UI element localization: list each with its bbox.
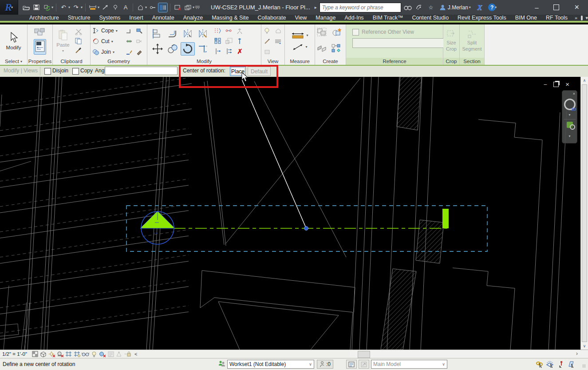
temporary-view-properties-icon[interactable] (107, 350, 115, 358)
design-option-dropdown[interactable]: Main Model ∨ (371, 360, 447, 369)
linework-icon[interactable] (262, 37, 272, 46)
temporary-hide-isolate-icon[interactable] (81, 350, 90, 358)
paste-button[interactable]: Paste ▾ (53, 24, 73, 58)
design-options-button[interactable] (346, 360, 357, 369)
close-hidden-windows-icon[interactable] (173, 3, 182, 12)
chevron-down-icon[interactable]: ▾ (81, 5, 83, 9)
search-box[interactable] (320, 3, 401, 12)
measure-along-element-button[interactable]: ▾ (292, 43, 307, 51)
tab-content-studio[interactable]: Content Studio (407, 15, 453, 21)
search-input[interactable] (320, 4, 401, 11)
crop-view-icon[interactable] (64, 350, 73, 358)
crop-region-visible-icon[interactable] (73, 350, 81, 358)
editable-only-toggle[interactable]: :0 (317, 360, 333, 369)
autodesk-exchange-icon[interactable]: X (477, 3, 482, 12)
paint-icon[interactable] (134, 48, 144, 57)
thin-lines-icon[interactable] (158, 3, 167, 12)
tab-collaborate[interactable]: Collaborate (253, 15, 291, 21)
section-icon[interactable] (148, 3, 157, 12)
wall-joins-icon[interactable] (124, 26, 134, 36)
mirror-pick-axis-icon[interactable] (181, 27, 195, 40)
measure-icon[interactable] (101, 3, 110, 12)
search-binoculars-icon[interactable] (403, 3, 413, 12)
select-by-face-toggle[interactable] (566, 359, 576, 369)
cope-button[interactable]: Cope▾ (92, 25, 124, 36)
linework-edit-icon[interactable] (124, 48, 134, 57)
trim-extend-single-icon[interactable] (213, 47, 223, 56)
horizontal-scrollbar[interactable]: › (350, 350, 580, 358)
chevron-down-icon[interactable]: ▾ (585, 15, 588, 21)
redo-icon[interactable]: ↷ (71, 3, 80, 12)
create-assembly-icon[interactable] (315, 42, 329, 55)
close-button[interactable]: × (574, 3, 579, 12)
tab-massing-site[interactable]: Massing & Site (207, 15, 253, 21)
chevron-down-icon[interactable]: ▾ (145, 5, 147, 9)
chevron-down-icon[interactable]: ▾ (98, 5, 99, 9)
chevron-down-icon[interactable]: ▾ (568, 134, 570, 138)
cut-to-clipboard-icon[interactable] (73, 27, 83, 36)
lightbulb-icon[interactable] (262, 26, 272, 36)
collapse-view-bar-icon[interactable]: < (134, 351, 137, 357)
scroll-right-icon[interactable]: › (576, 350, 578, 357)
create-parts-icon[interactable] (329, 42, 343, 55)
unjoin-icon[interactable] (134, 37, 144, 46)
chevron-down-icon[interactable]: ▾ (68, 5, 70, 9)
offset-icon[interactable] (166, 27, 180, 40)
user-account-menu[interactable]: J.Merlan ▾ (439, 4, 471, 11)
trim-extend-corner-icon[interactable] (196, 42, 210, 56)
text-icon[interactable]: A (121, 3, 130, 12)
select-underlay-toggle[interactable] (545, 359, 555, 369)
create-group-icon[interactable] (315, 26, 329, 39)
tab-view[interactable]: View (290, 15, 311, 21)
split-segment-button[interactable]: Split Segment (460, 24, 484, 58)
chevron-down-icon[interactable]: ▾ (495, 5, 497, 9)
application-menu-button[interactable]: R ▾ (0, 0, 18, 15)
drawing-canvas[interactable]: – × × 2D ▾ ▾ ∧ ∨ 1/2" = 1'-0" (0, 77, 588, 358)
sun-path-icon[interactable] (47, 350, 56, 358)
tab-annotate[interactable]: Annotate (148, 15, 179, 21)
unpin-icon[interactable] (235, 26, 245, 36)
align-icon[interactable] (150, 27, 165, 40)
visual-style-icon[interactable] (39, 350, 47, 358)
trim-extend-multiple-icon[interactable] (224, 47, 234, 56)
move-icon[interactable] (150, 42, 165, 56)
render-icon[interactable] (273, 26, 283, 36)
join-button[interactable]: Join▾ (92, 47, 124, 57)
scale-icon[interactable] (224, 36, 234, 46)
title-expand-icon[interactable]: ▸ (315, 5, 317, 10)
customize-qat-icon[interactable] (195, 5, 200, 10)
reveal-hidden-elements-icon[interactable] (90, 350, 98, 358)
disjoin-checkbox[interactable] (44, 68, 51, 75)
pin-icon[interactable] (235, 36, 245, 46)
select-links-toggle[interactable] (534, 359, 545, 369)
switch-windows-icon[interactable] (183, 3, 192, 12)
tab-add-ins[interactable]: Add-Ins (340, 15, 368, 21)
vertical-scroll-thumb[interactable] (582, 84, 587, 342)
tab-insert[interactable]: Insert (125, 15, 147, 21)
open-icon[interactable] (22, 3, 31, 12)
reveal-constraints-icon[interactable] (123, 350, 132, 358)
horizontal-scroll-thumb[interactable] (358, 351, 370, 358)
steering-wheel-icon[interactable]: 2D (564, 99, 576, 110)
tab-systems[interactable]: Systems (95, 15, 125, 21)
view-restore-icon[interactable] (553, 82, 559, 87)
angle-input[interactable] (105, 67, 178, 75)
zoom-tool-icon[interactable] (567, 122, 573, 128)
cut-button[interactable]: Cut▾ (92, 36, 124, 47)
tab-overflow-icon[interactable]: » (575, 15, 577, 20)
match-type-icon[interactable] (73, 46, 83, 55)
tab-bim-one[interactable]: BIM One (511, 15, 541, 21)
view-scale[interactable]: 1/2" = 1'-0" (2, 351, 27, 357)
mirror-draw-axis-icon[interactable] (196, 27, 210, 40)
family-types-icon[interactable] (34, 28, 46, 38)
analytical-model-icon[interactable] (115, 350, 123, 358)
tab-revit-express-tools[interactable]: Revit Express Tools (453, 15, 511, 21)
minimize-button[interactable]: – (535, 4, 538, 11)
tab-manage[interactable]: Manage (311, 15, 340, 21)
delete-icon[interactable]: ✗ (235, 47, 245, 56)
tab-architecture[interactable]: Architecture (25, 15, 63, 21)
communication-center-icon[interactable] (414, 3, 424, 12)
scroll-down-icon[interactable]: ∨ (581, 342, 588, 350)
ribbon-display-toggle-icon[interactable] (581, 16, 583, 20)
split-with-gap-icon[interactable] (224, 26, 234, 36)
